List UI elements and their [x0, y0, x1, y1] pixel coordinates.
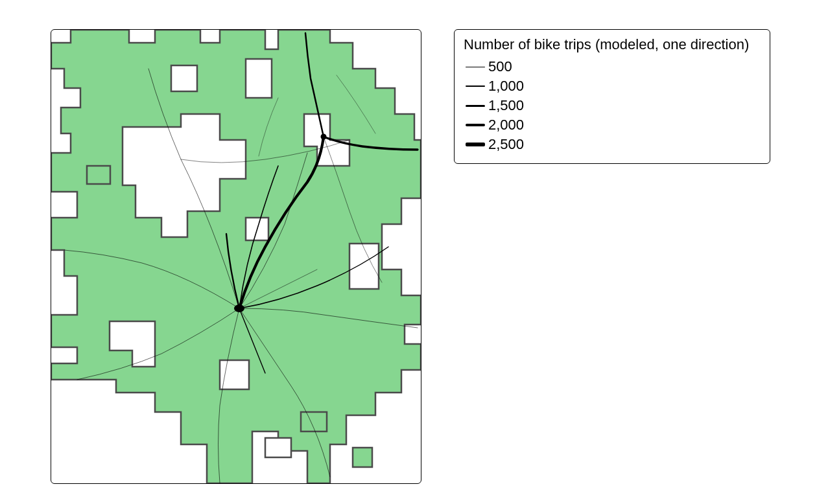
legend-line-swatch: [464, 143, 487, 146]
legend-row: 1,500: [464, 96, 761, 115]
legend-row: 500: [464, 57, 761, 76]
legend-row: 1,000: [464, 76, 761, 96]
legend-title: Number of bike trips (modeled, one direc…: [464, 36, 761, 53]
legend-line-swatch: [464, 86, 487, 87]
island-c: [353, 448, 372, 467]
secondary-node: [321, 134, 327, 140]
island-a: [87, 166, 110, 184]
legend-label: 500: [488, 58, 512, 75]
hole-east: [349, 244, 379, 289]
legend-label: 1,500: [488, 97, 524, 114]
legend-row: 2,500: [464, 135, 761, 154]
legend-panel: Number of bike trips (modeled, one direc…: [454, 29, 770, 164]
map-svg: [51, 30, 421, 483]
hub-point: [234, 304, 244, 312]
hole-south-a: [220, 360, 249, 389]
legend-line-swatch: [464, 67, 487, 67]
region-layer: [51, 30, 421, 483]
map-panel: [51, 29, 421, 484]
hole-south-b: [265, 438, 291, 457]
legend-label: 2,000: [488, 117, 524, 133]
hole-north-a: [246, 59, 272, 98]
legend-label: 1,000: [488, 78, 524, 95]
legend-line-swatch: [464, 124, 487, 126]
hole-north-b: [171, 65, 197, 91]
legend-line-swatch: [464, 105, 487, 107]
legend-row: 2,000: [464, 115, 761, 135]
legend-label: 2,500: [488, 136, 524, 153]
